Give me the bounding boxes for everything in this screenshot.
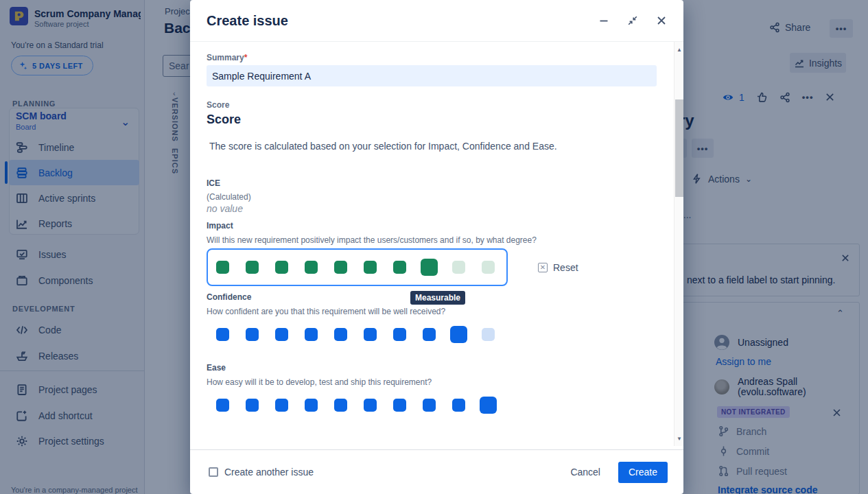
- confidence-square-2[interactable]: [246, 328, 259, 341]
- jira-backlog-page: Scrum Company Manag... Software project …: [0, 0, 868, 494]
- ease-square-5[interactable]: [334, 399, 347, 412]
- confidence-square-4[interactable]: [305, 328, 318, 341]
- ease-square-6[interactable]: [364, 399, 377, 412]
- ease-square-1[interactable]: [216, 399, 229, 412]
- measurable-tooltip: Measurable: [410, 291, 465, 305]
- confidence-square-6[interactable]: [364, 328, 377, 341]
- impact-square-9[interactable]: [452, 261, 465, 274]
- modal-body: Summary* Score Score The score is calcul…: [190, 42, 674, 449]
- create-button[interactable]: Create: [618, 462, 668, 483]
- impact-square-1[interactable]: [216, 261, 229, 274]
- confidence-square-7[interactable]: [393, 328, 406, 341]
- summary-label: Summary*: [207, 53, 657, 62]
- modal-scrollbar: ▲ ▼: [674, 42, 683, 446]
- confidence-square-5[interactable]: [334, 328, 347, 341]
- scroll-down-arrow[interactable]: ▼: [675, 434, 684, 443]
- ease-square-3[interactable]: [275, 399, 288, 412]
- impact-question: Will this new requirement positively imp…: [207, 235, 657, 245]
- impact-square-6[interactable]: [364, 261, 377, 274]
- reset-x-icon: ✕: [538, 263, 548, 272]
- impact-square-5[interactable]: [334, 261, 347, 274]
- confidence-square-9[interactable]: [450, 326, 467, 343]
- modal-footer: Create another issue Cancel Create: [190, 449, 683, 494]
- impact-square-8[interactable]: [421, 259, 438, 276]
- ease-square-7[interactable]: [393, 399, 406, 412]
- confidence-square-1[interactable]: [216, 328, 229, 341]
- create-another-checkbox[interactable]: [209, 467, 218, 477]
- impact-square-3[interactable]: [275, 261, 288, 274]
- cancel-button[interactable]: Cancel: [570, 467, 600, 478]
- ice-value: no value: [207, 203, 657, 214]
- impact-squares: [216, 259, 495, 276]
- required-asterisk: *: [244, 53, 248, 62]
- ease-square-9[interactable]: [452, 399, 465, 412]
- ice-calculated-label: (Calculated): [207, 192, 657, 202]
- modal-title: Create issue: [207, 13, 288, 29]
- confidence-squares: [216, 326, 657, 343]
- impact-square-7[interactable]: [393, 261, 406, 274]
- ice-label: ICE: [207, 178, 657, 188]
- minimize-icon[interactable]: [598, 15, 609, 26]
- close-icon[interactable]: [656, 15, 667, 26]
- impact-square-10[interactable]: [482, 261, 495, 274]
- scrollbar-thumb[interactable]: [675, 99, 683, 197]
- confidence-square-3[interactable]: [275, 328, 288, 341]
- ease-squares: [216, 397, 657, 414]
- ease-square-8[interactable]: [423, 399, 436, 412]
- exit-fullscreen-icon[interactable]: [627, 15, 638, 26]
- impact-square-2[interactable]: [246, 261, 259, 274]
- scroll-up-arrow[interactable]: ▲: [675, 45, 684, 54]
- ease-square-4[interactable]: [305, 399, 318, 412]
- reset-label: Reset: [553, 262, 578, 273]
- summary-input[interactable]: [207, 65, 657, 86]
- score-description: The score is calculated based on your se…: [207, 141, 657, 152]
- ease-square-10[interactable]: [480, 397, 497, 414]
- impact-square-4[interactable]: [305, 261, 318, 274]
- ease-label: Ease: [207, 363, 657, 373]
- create-another-label: Create another issue: [224, 467, 314, 478]
- reset-button[interactable]: ✕ Reset: [538, 262, 578, 273]
- confidence-square-10[interactable]: [482, 328, 495, 341]
- confidence-question: How confident are you that this requirem…: [207, 307, 657, 316]
- ease-question: How easy will it be to develop, test and…: [207, 377, 657, 387]
- ease-square-2[interactable]: [246, 399, 259, 412]
- create-issue-modal: Create issue Summary* Score Score The sc…: [190, 0, 683, 494]
- score-field-label: Score: [207, 100, 657, 110]
- confidence-square-8[interactable]: [423, 328, 436, 341]
- score-heading: Score: [207, 113, 657, 127]
- impact-label: Impact: [207, 221, 657, 231]
- impact-rating-field: [207, 248, 508, 286]
- modal-header: Create issue: [190, 0, 683, 42]
